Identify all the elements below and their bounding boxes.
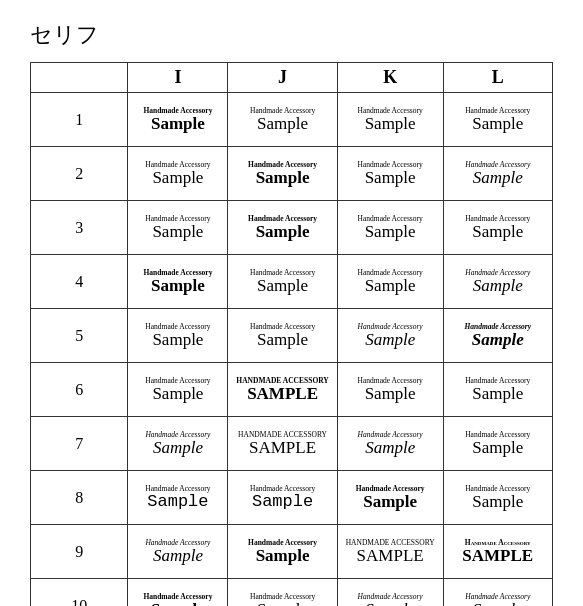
table-cell: Handmade AccessorySample [228,255,337,309]
cell-bottom-text: Sample [365,223,416,242]
cell-bottom-text: Sample [152,331,203,350]
col-header-empty [31,63,128,93]
table-cell: Handmade AccessorySample [128,147,228,201]
row-number: 3 [31,201,128,255]
table-cell: HANDMADE ACCESSORYSAMPLE [228,417,337,471]
cell-bottom-text: Sample [365,115,416,134]
table-cell: Handmade AccessorySample [443,579,553,607]
table-cell: Handmade AccessorySample [128,309,228,363]
row-number: 2 [31,147,128,201]
cell-bottom-text: Sample [153,439,203,458]
table-cell: Handmade AccessorySample [128,201,228,255]
cell-bottom-text: Sample [151,277,205,296]
row-number: 5 [31,309,128,363]
table-cell: Handmade AccessorySample [443,417,553,471]
cell-bottom-text: SAMPLE [249,439,316,458]
cell-bottom-text: Sample [472,223,523,242]
table-cell: Handmade AccessorySample [337,147,443,201]
table-row: 1Handmade AccessorySampleHandmade Access… [31,93,553,147]
table-cell: Handmade AccessorySample [228,471,337,525]
cell-bottom-text: Sample [257,601,308,606]
table-row: 7Handmade AccessorySampleHANDMADE ACCESS… [31,417,553,471]
cell-bottom-text: Sample [473,277,523,296]
table-cell: Handmade AccessorySample [128,255,228,309]
cell-bottom-text: Sample [365,439,415,458]
table-row: 3Handmade AccessorySampleHandmade Access… [31,201,553,255]
table-cell: Handmade AccessorySample [128,579,228,607]
cell-bottom-text: SAMPLE [357,547,424,566]
table-cell: Handmade AccessorySAMPLE [443,525,553,579]
table-row: 2Handmade AccessorySampleHandmade Access… [31,147,553,201]
cell-bottom-text: Sample [252,493,313,512]
cell-bottom-text: Sample [365,169,416,188]
cell-bottom-text: Sample [365,385,416,404]
table-row: 9Handmade AccessorySampleHandmade Access… [31,525,553,579]
table-cell: Handmade AccessorySample [337,309,443,363]
cell-bottom-text: Sample [472,439,523,458]
row-number: 6 [31,363,128,417]
table-header-row: I J K L [31,63,553,93]
table-cell: Handmade AccessorySample [443,255,553,309]
table-cell: Handmade AccessorySample [337,579,443,607]
row-number: 8 [31,471,128,525]
cell-bottom-text: Sample [473,169,523,188]
cell-bottom-text: Sample [153,547,203,566]
cell-bottom-text: Sample [257,277,308,296]
table-cell: Handmade AccessorySample [228,525,337,579]
table-cell: Handmade AccessorySample [128,525,228,579]
cell-bottom-text: Sample [257,331,308,350]
cell-bottom-text: Sample [147,493,208,512]
cell-bottom-text: Sample [365,331,415,350]
row-number: 7 [31,417,128,471]
cell-bottom-text: Sample [152,385,203,404]
table-row: 4Handmade AccessorySampleHandmade Access… [31,255,553,309]
table-cell: Handmade AccessorySample [128,417,228,471]
cell-bottom-text: Sample [152,169,203,188]
col-header-L: L [443,63,553,93]
row-number: 4 [31,255,128,309]
table-cell: Handmade AccessorySample [443,201,553,255]
table-cell: Handmade AccessorySample [443,363,553,417]
table-row: 8Handmade AccessorySampleHandmade Access… [31,471,553,525]
table-cell: Handmade AccessorySample [128,471,228,525]
table-cell: Handmade AccessorySample [228,201,337,255]
col-header-K: K [337,63,443,93]
table-cell: Handmade AccessorySample [228,93,337,147]
table-row: 6Handmade AccessorySampleHANDMADE ACCESS… [31,363,553,417]
table-cell: Handmade AccessorySample [443,471,553,525]
cell-bottom-text: Sample [472,385,523,404]
cell-bottom-text: Sample [472,331,524,350]
table-cell: Handmade AccessorySample [337,417,443,471]
col-header-I: I [128,63,228,93]
row-number: 9 [31,525,128,579]
cell-bottom-text: Sample [472,493,523,512]
cell-bottom-text: Sample [151,115,205,134]
table-cell: Handmade AccessorySample [337,255,443,309]
font-sample-table: I J K L 1Handmade AccessorySampleHandmad… [30,62,553,606]
table-cell: Handmade AccessorySample [443,147,553,201]
cell-bottom-text: SAMPLE [247,385,318,404]
table-cell: Handmade AccessorySample [228,579,337,607]
page-title: セリフ [30,20,553,50]
table-cell: Handmade AccessorySample [128,363,228,417]
table-cell: Handmade AccessorySample [128,93,228,147]
col-header-J: J [228,63,337,93]
cell-bottom-text: Sample [365,601,415,606]
row-number: 10 [31,579,128,607]
table-cell: Handmade AccessorySample [337,471,443,525]
table-cell: Handmade AccessorySample [228,309,337,363]
table-cell: Handmade AccessorySample [228,147,337,201]
cell-bottom-text: Sample [365,277,416,296]
table-cell: Handmade AccessorySample [337,363,443,417]
cell-bottom-text: Sample [363,493,417,512]
cell-bottom-text: Sample [473,601,523,606]
table-row: 10Handmade AccessorySampleHandmade Acces… [31,579,553,607]
table-cell: Handmade AccessorySample [337,201,443,255]
cell-bottom-text: SAMPLE [462,547,533,566]
table-cell: Handmade AccessorySample [337,93,443,147]
cell-bottom-text: Sample [472,115,523,134]
table-cell: HANDMADE ACCESSORYSAMPLE [228,363,337,417]
cell-bottom-text: Sample [256,547,310,566]
cell-bottom-text: Sample [256,169,310,188]
cell-bottom-text: Sample [152,223,203,242]
